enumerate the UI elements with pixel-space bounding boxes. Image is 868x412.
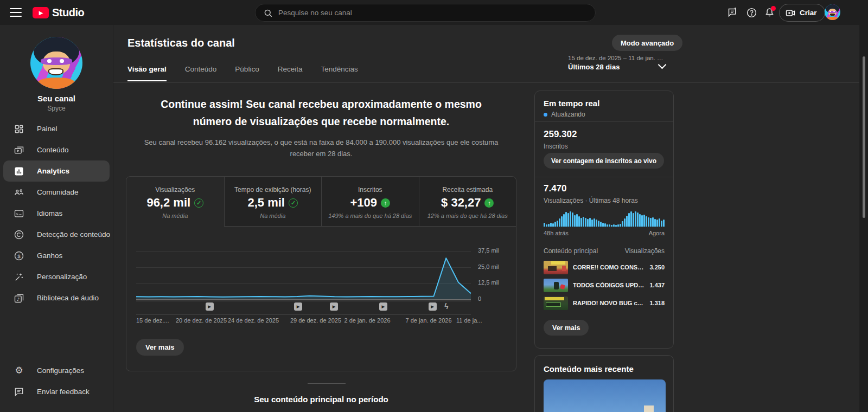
sidebar-item-painel[interactable]: Painel [0, 118, 113, 139]
see-more-button[interactable]: Ver mais [136, 339, 184, 356]
top-video-row[interactable]: RAPIDO! NOVO BUG com… 1.318 [544, 296, 665, 310]
sidebar-item-label: Enviar feedback [37, 388, 90, 396]
realtime-bar [611, 225, 612, 227]
realtime-bar-labels: 48h atrás Agora [544, 230, 665, 236]
realtime-bar [656, 220, 658, 227]
realtime-bar [663, 220, 665, 227]
sidebar-item-feedback[interactable]: Enviar feedback [0, 381, 113, 402]
metric-inscritos[interactable]: Inscritos +109↑ 149% a mais do que há 28… [321, 177, 419, 227]
sidebar-item-biblioteca[interactable]: ♪ Biblioteca de áudio [0, 287, 113, 308]
sidebar-item-label: Painel [37, 125, 58, 133]
live-dot-icon [544, 113, 547, 117]
realtime-bar [583, 217, 584, 227]
svg-text:$: $ [17, 253, 21, 259]
top-video-row[interactable]: TODOS CÓDIGOS UPDAT… 1.437 [544, 278, 665, 292]
channel-avatar[interactable] [30, 37, 82, 89]
metric-visualizacoes[interactable]: Visualizações 96,2 mil✓ Na média [126, 177, 224, 227]
youtube-studio-app: ▶ Studio Criar Seu canal Spyce [0, 0, 868, 412]
send-feedback-icon [13, 386, 25, 398]
realtime-see-more-button[interactable]: Ver mais [544, 320, 589, 336]
realtime-bar [652, 217, 654, 227]
svg-text:♪: ♪ [17, 297, 20, 302]
content-icon [13, 144, 25, 156]
overview-card: Visualizações 96,2 mil✓ Na média Tempo d… [126, 176, 516, 371]
realtime-bar [580, 218, 582, 227]
arrow-up-circle-icon: ↑ [484, 198, 494, 208]
realtime-bar [624, 218, 626, 227]
realtime-updating: Atualizando [544, 111, 665, 118]
shorts-upload-marker[interactable]: ϟ [443, 302, 451, 311]
help-icon[interactable] [744, 5, 759, 20]
topbar: ▶ Studio Criar [0, 0, 868, 25]
tab-publico[interactable]: Público [235, 65, 259, 81]
sidebar-item-deteccao[interactable]: Detecção de conteúdo [0, 224, 113, 245]
sidebar-item-label: Idiomas [37, 209, 62, 217]
realtime-bar-chart[interactable] [544, 210, 666, 227]
arrow-up-circle-icon: ↑ [381, 198, 390, 208]
sidebar-item-label: Analytics [37, 167, 69, 175]
video-upload-marker[interactable]: ▶ [379, 302, 387, 311]
sidebar-item-personalizacao[interactable]: Personalização [0, 266, 113, 287]
tab-visao-geral[interactable]: Visão geral [127, 65, 167, 81]
account-avatar[interactable] [825, 4, 840, 20]
x-tick-label: 2 de jan. de 2026 [344, 317, 390, 324]
realtime-bar [567, 213, 569, 227]
scrollbar-track[interactable] [859, 25, 868, 412]
realtime-bar [570, 211, 571, 227]
menu-hamburger-icon[interactable] [10, 8, 22, 17]
realtime-bar [620, 224, 621, 227]
metric-tempo-exibicao[interactable]: Tempo de exibição (horas) 2,5 mil✓ Na mé… [224, 177, 322, 227]
live-subscriber-count-button[interactable]: Ver contagem de inscritos ao vivo [544, 153, 664, 169]
advanced-mode-button[interactable]: Modo avançado [612, 35, 682, 51]
community-icon [13, 186, 25, 198]
views-line-chart[interactable] [136, 251, 471, 299]
realtime-bar [639, 214, 641, 227]
recent-video-thumbnail[interactable] [544, 379, 666, 412]
x-tick-label: 7 de jan. de 2026 [405, 317, 451, 324]
channel-name: Seu canal [0, 94, 113, 103]
realtime-bar [617, 224, 619, 227]
x-axis-line [136, 314, 471, 314]
video-upload-marker[interactable]: ▶ [330, 302, 338, 311]
video-upload-marker[interactable]: ▶ [429, 302, 437, 311]
search-bar[interactable] [255, 4, 596, 22]
tab-tendencias[interactable]: Tendências [321, 65, 358, 81]
top-video-row[interactable]: CORRE!! COMO CONSEG… 3.250 [544, 260, 665, 274]
realtime-bar [613, 224, 615, 227]
page-title: Estatísticas do canal [127, 37, 235, 49]
studio-logo[interactable]: ▶ Studio [33, 7, 84, 19]
scrollbar-thumb[interactable] [863, 56, 865, 218]
realtime-bar [544, 223, 545, 227]
realtime-bar [576, 214, 578, 227]
notifications-bell-icon[interactable] [762, 5, 777, 20]
sidebar-item-label: Configurações [37, 366, 84, 375]
video-upload-marker[interactable]: ▶ [206, 302, 214, 311]
sidebar-item-ganhos[interactable]: $ Ganhos [0, 245, 113, 266]
realtime-bar [578, 216, 580, 227]
sidebar-item-idiomas[interactable]: Idiomas [0, 203, 113, 224]
realtime-bar [552, 223, 554, 227]
feedback-comment-icon[interactable] [725, 5, 740, 20]
tab-receita[interactable]: Receita [278, 65, 303, 81]
sidebar-item-conteudo[interactable]: Conteúdo [0, 139, 113, 160]
tab-conteudo[interactable]: Conteúdo [185, 65, 217, 81]
check-circle-icon: ✓ [194, 198, 203, 208]
x-tick-label: 15 de dez.... [136, 317, 169, 324]
create-button[interactable]: Criar [779, 4, 825, 22]
realtime-bar [548, 224, 550, 227]
top-content-list-header: Conteúdo principal Visualizações [544, 247, 665, 255]
search-input[interactable] [278, 9, 588, 17]
metric-receita[interactable]: Receita estimada $ 32,27↑ 12% a mais do … [419, 177, 516, 227]
x-tick-label: 11 de ja... [456, 317, 482, 324]
views-48h-count: 7.470 [544, 183, 665, 194]
video-upload-marker[interactable]: ▶ [294, 302, 302, 311]
date-range-picker[interactable]: 15 de dez. de 2025 – 11 de jan. … Último… [568, 55, 660, 71]
realtime-bar [574, 215, 576, 227]
realtime-bar [635, 211, 636, 227]
realtime-bar [661, 221, 662, 227]
notification-badge [771, 6, 776, 11]
audio-library-icon: ♪ [13, 292, 25, 304]
sidebar-item-comunidade[interactable]: Comunidade [0, 182, 113, 203]
sidebar-item-analytics[interactable]: Analytics [3, 160, 110, 182]
sidebar-item-configuracoes[interactable]: ⚙ Configurações [0, 360, 113, 381]
